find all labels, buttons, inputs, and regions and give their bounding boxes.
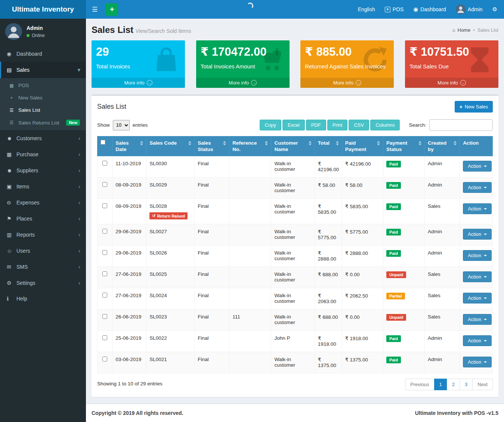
cell-action: Action: [460, 156, 493, 178]
cell-created-by: Admin: [424, 178, 460, 199]
sort-icon[interactable]: [188, 140, 191, 146]
sidebar-item-sales[interactable]: ▤ Sales ▾: [0, 62, 86, 78]
copy-button[interactable]: Copy: [260, 120, 281, 130]
sidebar-item-users[interactable]: ☺ Users ‹: [0, 243, 86, 259]
row-checkbox[interactable]: [102, 250, 107, 255]
action-button[interactable]: Action: [463, 271, 492, 282]
row-checkbox[interactable]: [102, 335, 107, 340]
csv-button[interactable]: CSV: [349, 120, 369, 130]
language-menu[interactable]: English: [358, 6, 375, 12]
row-checkbox[interactable]: [102, 314, 107, 319]
row-checkbox[interactable]: [102, 293, 107, 298]
app-logo[interactable]: Ultimate Inventory: [0, 0, 86, 19]
chevron-left-icon: ‹: [78, 280, 80, 286]
cell-sales-code: SL0030: [146, 156, 195, 178]
cell-sales-status: Final: [195, 309, 229, 331]
pos-link[interactable]: + POS: [385, 6, 404, 12]
header-paid-payment[interactable]: Paid Payment: [342, 136, 383, 156]
sidebar-item-expenses[interactable]: ⊖ Expenses ‹: [0, 194, 86, 210]
pagination-page-2[interactable]: 2: [447, 379, 460, 390]
pagination-page-3[interactable]: 3: [460, 379, 473, 390]
breadcrumb-home[interactable]: Home: [458, 27, 471, 33]
sort-icon[interactable]: [223, 140, 226, 153]
header-customer-name[interactable]: Customer Name: [271, 136, 315, 156]
select-all-checkbox[interactable]: [101, 140, 105, 145]
header-sales-code[interactable]: Sales Code: [146, 136, 195, 156]
header-created-by[interactable]: Created by: [424, 136, 460, 156]
dashboard-link[interactable]: ◉ Dashboard: [413, 6, 446, 13]
sidebar-item-settings[interactable]: ⚙ Settings ‹: [0, 275, 86, 291]
header-sales-date[interactable]: Sales Date: [112, 136, 146, 156]
pagination-next[interactable]: Next: [472, 379, 493, 390]
action-button[interactable]: Action: [463, 293, 492, 304]
more-info-link[interactable]: More info→: [405, 78, 498, 88]
sidebar-item-customers[interactable]: ☻ Customers ‹: [0, 130, 86, 146]
language-label: English: [358, 6, 375, 12]
payment-status-badge: Paid: [386, 182, 401, 189]
action-button[interactable]: Action: [463, 250, 492, 261]
sort-icon[interactable]: [454, 140, 457, 153]
cell-total: ₹ 688.00: [315, 267, 342, 288]
sort-icon[interactable]: [377, 140, 380, 153]
sort-icon[interactable]: [418, 140, 421, 153]
sidebar-item-sales-list[interactable]: ☰ Sales List: [0, 104, 86, 116]
quick-add-button[interactable]: +: [106, 3, 118, 16]
payment-status-badge: Unpaid: [386, 314, 406, 321]
sidebar-item-pos[interactable]: ▦ POS: [0, 79, 86, 92]
row-checkbox[interactable]: [102, 203, 107, 208]
infobox-value: 29: [96, 45, 180, 59]
sidebar-item-dashboard[interactable]: ◉ Dashboard: [0, 46, 86, 62]
columns-button[interactable]: Columns: [370, 120, 400, 130]
row-checkbox[interactable]: [102, 229, 107, 234]
sidebar-item-reports[interactable]: ▥ Reports ‹: [0, 227, 86, 243]
more-info-link[interactable]: More info→: [300, 78, 394, 88]
more-info-link[interactable]: More info→: [196, 78, 290, 88]
more-info-link[interactable]: More info→: [92, 78, 185, 88]
user-name-label: Admin: [468, 6, 483, 12]
sidebar-item-places[interactable]: ⚑ Places ‹: [0, 210, 86, 227]
search-input[interactable]: [429, 119, 493, 131]
sidebar-item-sms[interactable]: ✉ SMS ‹: [0, 259, 86, 275]
sidebar-item-items[interactable]: ▣ Items ‹: [0, 178, 86, 194]
sort-icon[interactable]: [140, 140, 143, 153]
table-row: 27-06-2019 SL0025 Final Walk-in customer…: [98, 267, 493, 288]
header-total[interactable]: Total: [315, 136, 342, 156]
settings-menu[interactable]: ⚙: [492, 6, 497, 13]
sidebar-item-purchase[interactable]: ▦ Purchase ‹: [0, 146, 86, 162]
sidebar-item-suppliers[interactable]: ☻ Suppliers ‹: [0, 162, 86, 178]
new-sales-button[interactable]: + New Sales: [455, 101, 493, 113]
action-button[interactable]: Action: [463, 203, 492, 214]
sidebar-item-new-sales[interactable]: + New Sales: [0, 92, 86, 104]
action-button[interactable]: Action: [463, 161, 492, 172]
action-button[interactable]: Action: [463, 357, 492, 367]
action-button[interactable]: Action: [463, 182, 492, 193]
sidebar-item-help[interactable]: ℹ Help: [0, 291, 86, 307]
page-length-select[interactable]: 10: [113, 120, 130, 130]
row-checkbox[interactable]: [102, 271, 107, 276]
pagination-page-1[interactable]: 1: [434, 379, 447, 390]
action-button[interactable]: Action: [463, 314, 492, 325]
row-checkbox[interactable]: [102, 161, 107, 166]
sort-icon[interactable]: [265, 140, 268, 153]
user-menu[interactable]: Admin: [456, 4, 483, 14]
action-button[interactable]: Action: [463, 229, 492, 240]
cell-action: Action: [460, 178, 493, 199]
sms-icon: ✉: [7, 264, 16, 270]
sort-icon[interactable]: [309, 140, 312, 153]
infobox-label: Returned Against Sales Invoices: [305, 63, 389, 70]
action-button[interactable]: Action: [463, 335, 492, 346]
header-sales-status[interactable]: Sales Status: [195, 136, 229, 156]
cell-action: Action: [460, 199, 493, 224]
sidebar-item-sales-returns-list[interactable]: ☰ Sales Returns List New: [0, 116, 86, 129]
print-button[interactable]: Print: [327, 120, 348, 130]
pdf-button[interactable]: PDF: [306, 120, 326, 130]
excel-button[interactable]: Excel: [282, 120, 305, 130]
sidebar-toggle-button[interactable]: ☰: [86, 0, 103, 19]
header-reference-no[interactable]: Reference No.: [229, 136, 271, 156]
cell-total: ₹ 1375.00: [315, 352, 342, 373]
header-payment-status[interactable]: Payment Status: [383, 136, 424, 156]
pagination-previous[interactable]: Previous: [405, 379, 435, 390]
sort-icon[interactable]: [336, 140, 339, 146]
row-checkbox[interactable]: [102, 357, 107, 361]
row-checkbox[interactable]: [102, 182, 107, 187]
